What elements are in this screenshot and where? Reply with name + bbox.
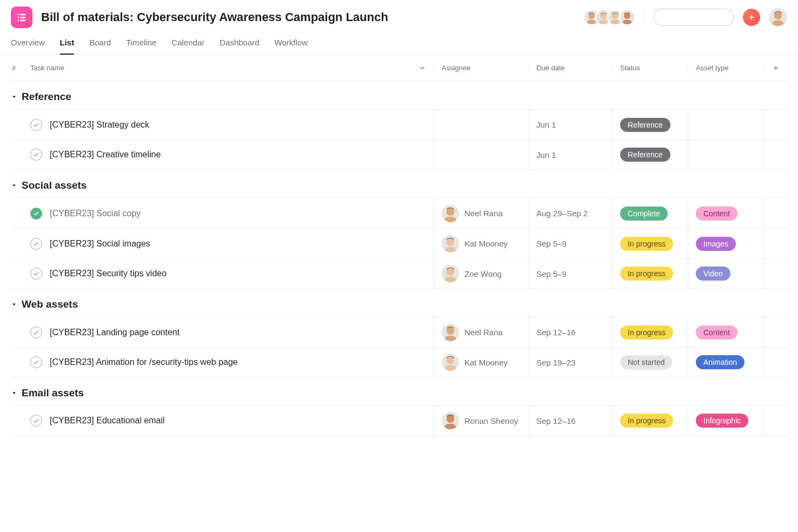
asset-type-cell[interactable]: Infographic — [688, 406, 763, 435]
asset-type-cell[interactable] — [688, 110, 763, 139]
column-status[interactable]: Status — [612, 64, 688, 72]
asset-type-cell[interactable]: Content — [688, 317, 763, 347]
status-cell[interactable]: In progress — [612, 317, 688, 347]
task-row[interactable]: [CYBER23] Animation for /security-tips w… — [11, 347, 787, 377]
asset-pill: Images — [696, 237, 736, 251]
assignee-cell[interactable]: Neel Rana — [434, 198, 528, 228]
due-date-cell[interactable]: Sep 19–23 — [528, 348, 612, 377]
task-row[interactable]: [CYBER23] Landing page contentNeel RanaS… — [11, 317, 787, 347]
assignee-cell[interactable] — [434, 110, 528, 139]
assignee-cell[interactable]: Zoe Wong — [434, 259, 528, 288]
header-right — [583, 8, 787, 26]
svg-rect-0 — [18, 14, 19, 16]
collaborator-avatar[interactable] — [619, 9, 635, 25]
task-name: [CYBER23] Landing page content — [50, 328, 179, 337]
section-header[interactable]: Reference — [11, 81, 787, 109]
section-title-label: Email assets — [22, 387, 84, 399]
project-icon — [11, 6, 32, 28]
row-extra-cell — [763, 198, 787, 228]
status-cell[interactable]: Not started — [612, 348, 688, 377]
svg-point-33 — [447, 415, 454, 423]
task-row[interactable]: [CYBER23] Strategy deckJun 1Reference — [11, 109, 787, 139]
task-row[interactable]: [CYBER23] Educational emailRonan ShenoyS… — [11, 405, 787, 436]
due-date-cell[interactable]: Aug 29–Sep 2 — [528, 198, 612, 228]
asset-pill: Infographic — [696, 414, 748, 428]
complete-toggle[interactable] — [30, 327, 42, 338]
task-name: [CYBER23] Strategy deck — [50, 120, 149, 130]
status-cell[interactable]: Reference — [612, 110, 688, 139]
tab-dashboard[interactable]: Dashboard — [220, 35, 259, 55]
status-cell[interactable]: Reference — [612, 140, 688, 169]
assignee-avatar — [442, 235, 459, 252]
assignee-name: Kat Mooney — [464, 239, 508, 248]
assignee-cell[interactable]: Ronan Shenoy — [434, 406, 528, 435]
column-headers: # Task name Assignee Due date Status Ass… — [11, 55, 787, 81]
tab-timeline[interactable]: Timeline — [126, 35, 156, 55]
svg-point-29 — [447, 327, 454, 334]
add-button[interactable] — [743, 9, 760, 26]
asset-type-cell[interactable] — [688, 140, 763, 169]
assignee-cell[interactable]: Kat Mooney — [434, 348, 528, 377]
due-date-cell[interactable]: Jun 1 — [528, 140, 612, 169]
due-date-cell[interactable]: Sep 5–9 — [528, 259, 612, 288]
assignee-name: Neel Rana — [464, 328, 503, 337]
collaborator-avatars[interactable] — [583, 9, 635, 25]
section-header[interactable]: Email assets — [11, 377, 787, 405]
task-row[interactable]: [CYBER23] Social copyNeel RanaAug 29–Sep… — [11, 198, 787, 228]
status-cell[interactable]: In progress — [612, 259, 688, 288]
assignee-cell[interactable] — [434, 140, 528, 169]
due-date-cell[interactable]: Sep 12–16 — [528, 406, 612, 435]
tab-board[interactable]: Board — [89, 35, 111, 55]
plus-icon — [747, 13, 756, 22]
task-row[interactable]: [CYBER23] Creative timelineJun 1Referenc… — [11, 139, 787, 170]
complete-toggle[interactable] — [30, 356, 42, 368]
section-header[interactable]: Social assets — [11, 170, 787, 198]
section-header[interactable]: Web assets — [11, 289, 787, 317]
due-date-cell[interactable]: Sep 12–16 — [528, 317, 612, 347]
complete-toggle[interactable] — [30, 208, 42, 220]
row-extra-cell — [763, 259, 787, 288]
status-cell[interactable]: In progress — [612, 406, 688, 435]
status-pill: In progress — [620, 237, 673, 251]
chevron-down-icon[interactable] — [418, 64, 426, 72]
task-row[interactable]: [CYBER23] Security tips videoZoe WongSep… — [11, 258, 787, 289]
task-name: [CYBER23] Social images — [50, 239, 150, 249]
due-date-cell[interactable]: Jun 1 — [528, 110, 612, 139]
tab-list[interactable]: List — [60, 35, 75, 55]
svg-point-7 — [588, 13, 595, 19]
tab-overview[interactable]: Overview — [11, 35, 45, 55]
task-row[interactable]: [CYBER23] Social imagesKat MooneySep 5–9… — [11, 228, 787, 258]
search-input[interactable] — [659, 13, 754, 22]
tab-workflow[interactable]: Workflow — [275, 35, 308, 55]
asset-type-cell[interactable]: Images — [688, 229, 763, 258]
column-asset-type[interactable]: Asset type — [688, 64, 763, 72]
column-number[interactable]: # — [11, 64, 23, 72]
status-cell[interactable]: Complete — [612, 198, 688, 228]
complete-toggle[interactable] — [30, 149, 42, 161]
status-cell[interactable]: In progress — [612, 229, 688, 258]
assignee-cell[interactable]: Kat Mooney — [434, 229, 528, 258]
add-column-button[interactable] — [763, 64, 787, 72]
search-box[interactable] — [653, 9, 734, 26]
asset-type-cell[interactable]: Animation — [688, 348, 763, 377]
svg-point-13 — [624, 13, 630, 19]
row-extra-cell — [763, 406, 787, 435]
complete-toggle[interactable] — [30, 268, 42, 280]
assignee-avatar — [442, 265, 459, 282]
complete-toggle[interactable] — [30, 415, 42, 427]
due-date-cell[interactable]: Sep 5–9 — [528, 229, 612, 258]
asset-type-cell[interactable]: Content — [688, 198, 763, 228]
section-title-label: Web assets — [22, 298, 78, 310]
asset-type-cell[interactable]: Video — [688, 259, 763, 288]
status-pill: Reference — [620, 148, 670, 162]
column-task-name[interactable]: Task name — [23, 64, 434, 72]
column-due-date[interactable]: Due date — [528, 64, 612, 72]
project-title: Bill of materials: Cybersecurity Awarene… — [41, 10, 388, 24]
asset-pill: Content — [696, 325, 737, 340]
assignee-cell[interactable]: Neel Rana — [434, 317, 528, 347]
tab-calendar[interactable]: Calendar — [171, 35, 204, 55]
complete-toggle[interactable] — [30, 119, 42, 131]
current-user-avatar[interactable] — [769, 8, 787, 26]
column-assignee[interactable]: Assignee — [434, 64, 528, 72]
complete-toggle[interactable] — [30, 238, 42, 250]
